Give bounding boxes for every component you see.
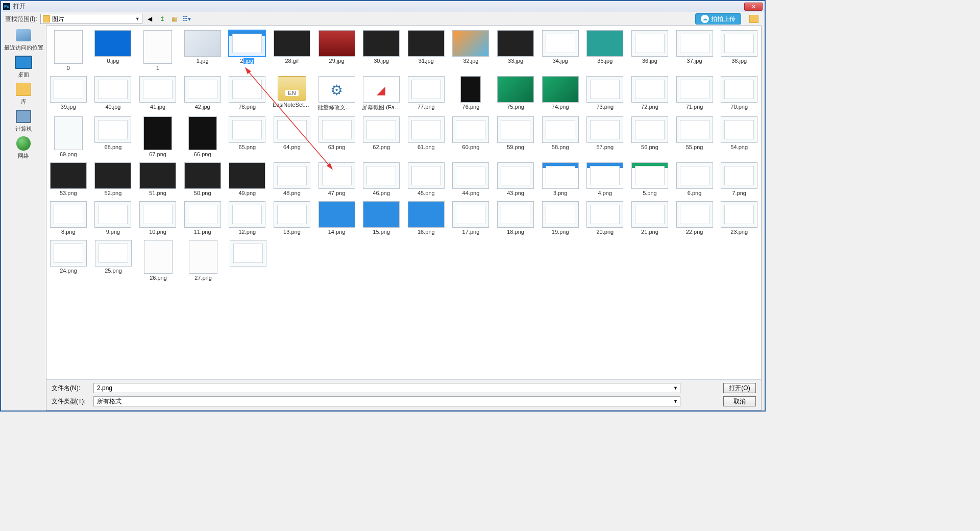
file-item[interactable]: 27.png bbox=[183, 240, 223, 281]
file-item[interactable]: 41.jpg bbox=[138, 76, 178, 111]
up-button[interactable]: ↥ bbox=[158, 14, 167, 23]
file-item[interactable]: 31.jpg bbox=[406, 30, 446, 71]
file-item[interactable]: 6.png bbox=[675, 162, 715, 196]
file-item[interactable]: 73.png bbox=[585, 76, 625, 111]
file-item[interactable]: 60.png bbox=[451, 116, 491, 157]
file-item[interactable]: 8.png bbox=[48, 201, 88, 235]
file-item[interactable]: 53.png bbox=[48, 162, 88, 196]
file-item[interactable]: 9.png bbox=[93, 201, 133, 235]
file-item[interactable]: 76.png bbox=[451, 76, 491, 111]
file-item[interactable]: 20.png bbox=[585, 201, 625, 235]
cloud-upload-button[interactable]: ☁ 拍拍上传 bbox=[695, 13, 741, 25]
file-item[interactable]: EasiNoteSetup_... bbox=[272, 76, 312, 111]
back-button[interactable]: ◀ bbox=[145, 14, 155, 23]
file-item[interactable]: 48.png bbox=[272, 162, 312, 196]
file-item[interactable]: 62.png bbox=[361, 116, 401, 157]
file-item[interactable]: 50.png bbox=[183, 162, 223, 196]
file-item[interactable]: 71.png bbox=[675, 76, 715, 111]
file-item[interactable]: 16.png bbox=[406, 201, 446, 235]
file-item[interactable]: 70.png bbox=[719, 76, 759, 111]
file-item[interactable]: 46.png bbox=[361, 162, 401, 196]
file-item[interactable]: 57.png bbox=[585, 116, 625, 157]
file-item[interactable]: 68.png bbox=[93, 116, 133, 157]
file-item[interactable]: 75.png bbox=[496, 76, 535, 111]
file-item[interactable]: 26.png bbox=[138, 240, 178, 281]
file-item[interactable]: 32.jpg bbox=[451, 30, 491, 71]
file-item[interactable]: 29.jpg bbox=[317, 30, 357, 71]
file-item[interactable]: 44.png bbox=[451, 162, 491, 196]
file-item[interactable]: 59.png bbox=[496, 116, 535, 157]
file-item[interactable]: 23.png bbox=[719, 201, 759, 235]
pin-folder-icon[interactable] bbox=[749, 15, 758, 23]
file-grid[interactable]: 00.jpg11.jpg2.jpg28.gif29.jpg30.jpg31.jp… bbox=[46, 26, 761, 379]
file-item[interactable]: 4.png bbox=[585, 162, 625, 196]
file-item[interactable]: 10.png bbox=[138, 201, 178, 235]
file-item[interactable]: 33.jpg bbox=[496, 30, 535, 71]
new-folder-button[interactable]: ▦ bbox=[170, 14, 179, 23]
file-item[interactable]: 47.png bbox=[317, 162, 357, 196]
file-item[interactable]: 36.jpg bbox=[630, 30, 670, 71]
file-item[interactable]: 21.png bbox=[630, 201, 670, 235]
place-recent[interactable]: 最近访问的位置 bbox=[4, 28, 43, 52]
lookin-combo[interactable]: 图片 ▼ bbox=[40, 14, 142, 24]
file-item[interactable]: 3.png bbox=[541, 162, 580, 196]
file-item[interactable]: 65.png bbox=[228, 116, 267, 157]
file-item[interactable]: 69.png bbox=[48, 116, 88, 157]
file-item[interactable]: 54.png bbox=[719, 116, 759, 157]
open-button[interactable]: 打开(O) bbox=[723, 383, 756, 393]
file-item[interactable]: 15.png bbox=[361, 201, 401, 235]
file-item[interactable]: 66.png bbox=[183, 116, 223, 157]
place-desktop[interactable]: 桌面 bbox=[14, 55, 33, 79]
file-item[interactable]: 74.png bbox=[541, 76, 580, 111]
cancel-button[interactable]: 取消 bbox=[723, 396, 756, 406]
file-item[interactable]: 37.jpg bbox=[675, 30, 715, 71]
file-item[interactable]: 1 bbox=[138, 30, 178, 71]
file-item[interactable]: 12.png bbox=[228, 201, 267, 235]
file-item[interactable]: 40.jpg bbox=[93, 76, 133, 111]
file-item[interactable]: 1.jpg bbox=[183, 30, 223, 71]
file-item[interactable]: 38.jpg bbox=[719, 30, 759, 71]
file-item[interactable]: 19.png bbox=[541, 201, 580, 235]
place-libraries[interactable]: 库 bbox=[14, 82, 33, 106]
place-computer[interactable]: 计算机 bbox=[14, 109, 33, 133]
file-item[interactable]: 0.jpg bbox=[93, 30, 133, 71]
file-item[interactable]: 14.png bbox=[317, 201, 357, 235]
file-item[interactable]: 56.png bbox=[630, 116, 670, 157]
filename-input[interactable]: 2.png ▼ bbox=[93, 383, 680, 393]
file-item[interactable]: 0 bbox=[48, 30, 88, 71]
file-item[interactable]: 51.png bbox=[138, 162, 178, 196]
file-item[interactable] bbox=[228, 240, 268, 281]
file-item[interactable]: 72.png bbox=[630, 76, 670, 111]
file-item[interactable]: 批量修改文件后缀.bat bbox=[317, 76, 357, 111]
file-item[interactable]: 34.jpg bbox=[541, 30, 580, 71]
file-item[interactable]: 5.png bbox=[630, 162, 670, 196]
file-item[interactable]: 49.png bbox=[228, 162, 267, 196]
file-item[interactable]: 64.png bbox=[272, 116, 312, 157]
view-menu-button[interactable]: ☷▾ bbox=[182, 14, 191, 23]
file-item[interactable]: 屏幕截图 (FastStone Cap... bbox=[361, 76, 401, 111]
file-item[interactable]: 43.png bbox=[496, 162, 535, 196]
filetype-combo[interactable]: 所有格式 ▼ bbox=[93, 396, 680, 406]
file-item[interactable]: 45.png bbox=[406, 162, 446, 196]
file-item[interactable]: 18.png bbox=[496, 201, 535, 235]
file-item[interactable]: 42.jpg bbox=[183, 76, 223, 111]
file-item[interactable]: 2.jpg bbox=[228, 30, 267, 71]
file-item[interactable]: 61.png bbox=[406, 116, 446, 157]
file-item[interactable]: 7.png bbox=[719, 162, 759, 196]
file-item[interactable]: 78.png bbox=[228, 76, 267, 111]
file-item[interactable]: 24.png bbox=[48, 240, 88, 281]
file-item[interactable]: 58.png bbox=[541, 116, 580, 157]
file-item[interactable]: 52.png bbox=[93, 162, 133, 196]
place-network[interactable]: 网络 bbox=[14, 136, 33, 160]
file-item[interactable]: 63.png bbox=[317, 116, 357, 157]
file-item[interactable]: 55.png bbox=[675, 116, 715, 157]
file-item[interactable]: 22.png bbox=[675, 201, 715, 235]
file-item[interactable]: 13.png bbox=[272, 201, 312, 235]
file-item[interactable]: 11.png bbox=[183, 201, 223, 235]
file-item[interactable]: 25.png bbox=[93, 240, 133, 281]
file-item[interactable]: 17.png bbox=[451, 201, 491, 235]
file-item[interactable]: 35.jpg bbox=[585, 30, 625, 71]
file-item[interactable]: 28.gif bbox=[272, 30, 312, 71]
file-item[interactable]: 39.jpg bbox=[48, 76, 88, 111]
file-item[interactable]: 67.png bbox=[138, 116, 178, 157]
